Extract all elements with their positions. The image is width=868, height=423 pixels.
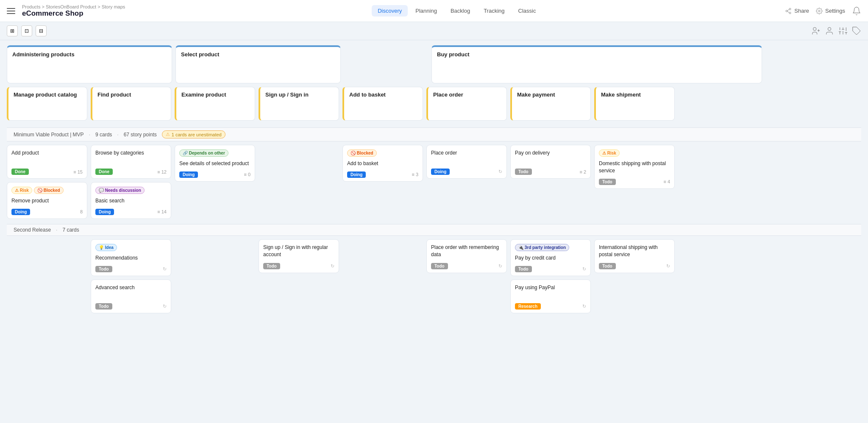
filter-sliders-icon[interactable] — [838, 26, 848, 36]
epic-row: Administering products Select product Bu… — [7, 45, 861, 83]
release-band-mvp: Minimum Viable Product | MVP · 9 cards ·… — [7, 127, 861, 141]
release-band-second: Second Release · 7 cards — [7, 224, 861, 236]
epic-card-admin[interactable]: Administering products — [7, 45, 172, 83]
hamburger-menu[interactable] — [7, 6, 17, 16]
feature-title: Place order — [433, 91, 463, 98]
story-card[interactable]: 💡 Idea Recommendations Todo ↻ — [91, 239, 171, 276]
board: Administering products Select product Bu… — [0, 40, 868, 323]
story-card[interactable]: Add product Done ≡ 15 — [7, 145, 87, 179]
feature-title: Sign up / Sign in — [265, 91, 309, 98]
card-title: See details of selected product — [179, 160, 250, 167]
app-title-block: Products > StoriesOnBoard Product > Stor… — [22, 4, 125, 18]
card-count: ≡ 14 — [157, 209, 167, 214]
nav-tab-planning[interactable]: Planning — [409, 5, 443, 17]
breadcrumb: Products > StoriesOnBoard Product > Stor… — [22, 4, 125, 9]
story-card[interactable]: 🔌 3rd party integration Pay by credit ca… — [510, 239, 591, 276]
filter-users-icon[interactable] — [811, 26, 821, 36]
filter-person-icon[interactable] — [825, 26, 834, 36]
story-card[interactable]: International shipping with postal servi… — [594, 239, 675, 273]
zoom-out-button[interactable]: ⊟ — [36, 25, 47, 36]
epic-card-buy[interactable]: Buy product — [431, 45, 762, 83]
feature-card-1[interactable]: Find product — [91, 87, 171, 121]
story-col-6: 🔌 3rd party integration Pay by credit ca… — [510, 239, 591, 313]
feature-card-4[interactable]: Add to basket — [342, 87, 423, 121]
story-card[interactable]: Sign up / Sign in with regular account T… — [259, 239, 339, 273]
feature-card-7[interactable]: Make shipment — [594, 87, 675, 121]
status-badge: Todo — [263, 263, 280, 269]
risk-tag: ⚠ Risk — [11, 187, 32, 194]
feature-title: Examine product — [181, 91, 226, 98]
nav-tab-backlog[interactable]: Backlog — [445, 5, 476, 17]
card-footer: Todo ↻ — [95, 303, 167, 310]
epic-title: Buy product — [437, 51, 470, 58]
card-count: 8 — [80, 209, 83, 214]
feature-card-6[interactable]: Make payment — [510, 87, 591, 121]
svg-point-2 — [789, 12, 791, 14]
blocked-tag: 🚫 Blocked — [347, 149, 377, 157]
status-badge: Doing — [431, 169, 450, 175]
feature-card-0[interactable]: Manage product catalog — [7, 87, 87, 121]
card-count: ≡ 3 — [412, 172, 418, 177]
svg-point-5 — [818, 10, 820, 12]
filter-tag-icon[interactable] — [852, 26, 861, 36]
nav-tab-discovery[interactable]: Discovery — [372, 5, 408, 17]
settings-button[interactable]: Settings — [816, 8, 845, 14]
card-tags: ⚠ Risk 🚫 Blocked — [11, 187, 83, 195]
story-col-7: International shipping with postal servi… — [594, 239, 675, 313]
feature-card-3[interactable]: Sign up / Sign in — [259, 87, 339, 121]
release-card-count: 9 cards — [95, 132, 112, 138]
story-col-0: Add product Done ≡ 15 ⚠ Risk 🚫 Blocked R… — [7, 145, 87, 219]
epic-title: Select product — [181, 51, 219, 58]
story-col-4 — [342, 239, 423, 313]
story-card[interactable]: Browse by categories Done ≡ 12 — [91, 145, 171, 179]
card-title: Browse by categories — [95, 149, 167, 164]
card-footer: Done ≡ 12 — [95, 169, 167, 175]
card-footer: Doing ≡ 14 — [95, 209, 167, 215]
story-card[interactable]: 🚫 Blocked Add to basket Doing ≡ 3 — [342, 145, 423, 182]
story-col-3 — [259, 145, 339, 219]
unestimated-text: 1 cards are unestimated — [172, 132, 222, 137]
card-count: ≡ 0 — [244, 172, 250, 177]
card-footer: Todo ≡ 2 — [515, 169, 586, 175]
depends-tag: 🔗 Depends on other — [179, 149, 228, 157]
story-card[interactable]: Pay on delivery Todo ≡ 2 — [510, 145, 591, 179]
feature-card-2[interactable]: Examine product — [175, 87, 255, 121]
card-title: Add product — [11, 149, 83, 164]
card-tags: 💬 Needs discussion — [95, 187, 167, 195]
status-badge: Todo — [515, 169, 532, 175]
toolbar-right — [811, 26, 861, 36]
nav-tab-classic[interactable]: Classic — [512, 5, 542, 17]
card-footer: Doing ↻ — [431, 169, 502, 175]
release-name: Minimum Viable Product | MVP — [14, 132, 84, 138]
status-badge: Done — [11, 169, 29, 175]
epic-spacer — [344, 45, 428, 83]
story-card[interactable]: 🔗 Depends on other See details of select… — [175, 145, 255, 182]
story-col-6: Pay on delivery Todo ≡ 2 — [510, 145, 591, 219]
story-card[interactable]: ⚠ Risk Domestic shipping with postal ser… — [594, 145, 675, 189]
story-card[interactable]: Place order with remembering data Todo ↻ — [426, 239, 507, 273]
story-col-2: 🔗 Depends on other See details of select… — [175, 145, 255, 219]
story-card[interactable]: Advanced search Todo ↻ — [91, 279, 171, 313]
epic-card-select[interactable]: Select product — [175, 45, 341, 83]
story-card[interactable]: 💬 Needs discussion Basic search Doing ≡ … — [91, 182, 171, 219]
story-col-4: 🚫 Blocked Add to basket Doing ≡ 3 — [342, 145, 423, 219]
story-card[interactable]: ⚠ Risk 🚫 Blocked Remove product Doing 8 — [7, 182, 87, 219]
share-button[interactable]: Share — [785, 8, 809, 14]
feature-card-5[interactable]: Place order — [426, 87, 507, 121]
story-col-1: 💡 Idea Recommendations Todo ↻ Advanced s… — [91, 239, 171, 313]
status-badge: Todo — [95, 266, 112, 272]
zoom-fit-button[interactable]: ⊡ — [21, 25, 32, 36]
story-col-5: Place order with remembering data Todo ↻ — [426, 239, 507, 313]
card-footer: Todo ↻ — [431, 263, 502, 269]
idea-tag: 💡 Idea — [95, 244, 117, 251]
release-name: Second Release — [14, 227, 51, 233]
bell-icon[interactable] — [852, 6, 861, 16]
feature-title: Add to basket — [349, 91, 386, 98]
nav-tab-tracking[interactable]: Tracking — [478, 5, 510, 17]
status-badge: Doing — [11, 209, 30, 215]
card-title: Sign up / Sign in with regular account — [263, 244, 334, 259]
card-footer: Doing ≡ 0 — [179, 171, 250, 178]
zoom-full-button[interactable]: ⊞ — [7, 25, 18, 36]
story-card[interactable]: Pay using PayPal Research ↻ — [510, 279, 591, 313]
story-card[interactable]: Place order Doing ↻ — [426, 145, 507, 179]
